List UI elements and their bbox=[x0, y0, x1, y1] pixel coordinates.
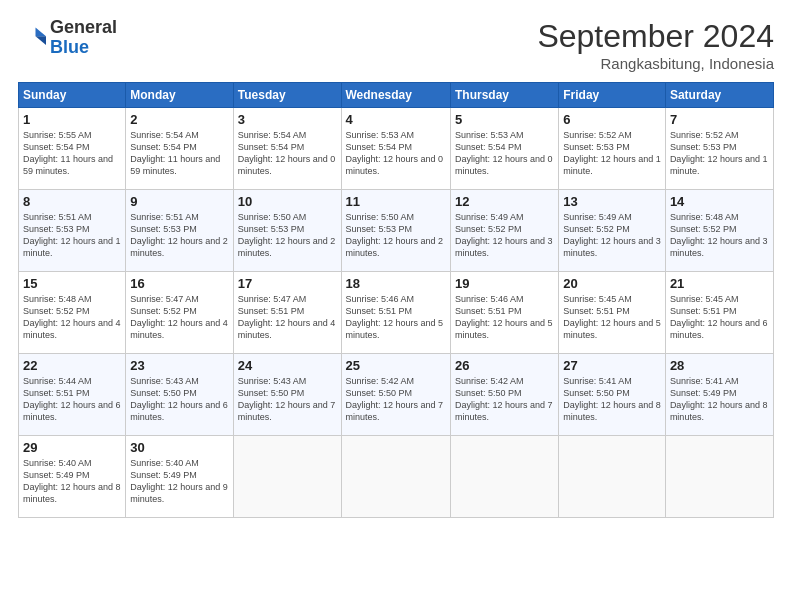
calendar-cell: 10Sunrise: 5:50 AM Sunset: 5:53 PM Dayli… bbox=[233, 190, 341, 272]
location-subtitle: Rangkasbitung, Indonesia bbox=[537, 55, 774, 72]
day-info: Sunrise: 5:46 AM Sunset: 5:51 PM Dayligh… bbox=[455, 293, 554, 342]
calendar-cell: 29Sunrise: 5:40 AM Sunset: 5:49 PM Dayli… bbox=[19, 436, 126, 518]
day-info: Sunrise: 5:52 AM Sunset: 5:53 PM Dayligh… bbox=[670, 129, 769, 178]
calendar-table: Sunday Monday Tuesday Wednesday Thursday… bbox=[18, 82, 774, 518]
logo-text: General Blue bbox=[50, 18, 117, 58]
calendar-cell: 8Sunrise: 5:51 AM Sunset: 5:53 PM Daylig… bbox=[19, 190, 126, 272]
col-wednesday: Wednesday bbox=[341, 83, 450, 108]
calendar-cell: 12Sunrise: 5:49 AM Sunset: 5:52 PM Dayli… bbox=[450, 190, 558, 272]
day-info: Sunrise: 5:53 AM Sunset: 5:54 PM Dayligh… bbox=[346, 129, 446, 178]
day-number: 19 bbox=[455, 276, 554, 291]
day-number: 22 bbox=[23, 358, 121, 373]
calendar-cell: 15Sunrise: 5:48 AM Sunset: 5:52 PM Dayli… bbox=[19, 272, 126, 354]
calendar-cell: 11Sunrise: 5:50 AM Sunset: 5:53 PM Dayli… bbox=[341, 190, 450, 272]
day-number: 15 bbox=[23, 276, 121, 291]
day-info: Sunrise: 5:42 AM Sunset: 5:50 PM Dayligh… bbox=[346, 375, 446, 424]
calendar-cell: 18Sunrise: 5:46 AM Sunset: 5:51 PM Dayli… bbox=[341, 272, 450, 354]
day-info: Sunrise: 5:55 AM Sunset: 5:54 PM Dayligh… bbox=[23, 129, 121, 178]
day-info: Sunrise: 5:48 AM Sunset: 5:52 PM Dayligh… bbox=[23, 293, 121, 342]
day-info: Sunrise: 5:45 AM Sunset: 5:51 PM Dayligh… bbox=[670, 293, 769, 342]
calendar-cell: 9Sunrise: 5:51 AM Sunset: 5:53 PM Daylig… bbox=[126, 190, 233, 272]
logo-icon bbox=[18, 24, 46, 52]
calendar-week-4: 22Sunrise: 5:44 AM Sunset: 5:51 PM Dayli… bbox=[19, 354, 774, 436]
day-info: Sunrise: 5:54 AM Sunset: 5:54 PM Dayligh… bbox=[238, 129, 337, 178]
day-number: 28 bbox=[670, 358, 769, 373]
logo: General Blue bbox=[18, 18, 117, 58]
col-thursday: Thursday bbox=[450, 83, 558, 108]
day-number: 24 bbox=[238, 358, 337, 373]
day-info: Sunrise: 5:51 AM Sunset: 5:53 PM Dayligh… bbox=[23, 211, 121, 260]
day-info: Sunrise: 5:40 AM Sunset: 5:49 PM Dayligh… bbox=[23, 457, 121, 506]
day-number: 26 bbox=[455, 358, 554, 373]
calendar-cell: 5Sunrise: 5:53 AM Sunset: 5:54 PM Daylig… bbox=[450, 108, 558, 190]
day-number: 25 bbox=[346, 358, 446, 373]
calendar-cell: 26Sunrise: 5:42 AM Sunset: 5:50 PM Dayli… bbox=[450, 354, 558, 436]
day-info: Sunrise: 5:44 AM Sunset: 5:51 PM Dayligh… bbox=[23, 375, 121, 424]
day-number: 8 bbox=[23, 194, 121, 209]
day-number: 4 bbox=[346, 112, 446, 127]
day-info: Sunrise: 5:53 AM Sunset: 5:54 PM Dayligh… bbox=[455, 129, 554, 178]
day-number: 12 bbox=[455, 194, 554, 209]
calendar-cell bbox=[233, 436, 341, 518]
day-number: 30 bbox=[130, 440, 228, 455]
col-friday: Friday bbox=[559, 83, 666, 108]
day-number: 3 bbox=[238, 112, 337, 127]
calendar-cell: 13Sunrise: 5:49 AM Sunset: 5:52 PM Dayli… bbox=[559, 190, 666, 272]
day-info: Sunrise: 5:47 AM Sunset: 5:51 PM Dayligh… bbox=[238, 293, 337, 342]
day-info: Sunrise: 5:47 AM Sunset: 5:52 PM Dayligh… bbox=[130, 293, 228, 342]
svg-marker-1 bbox=[36, 36, 47, 45]
calendar-cell: 17Sunrise: 5:47 AM Sunset: 5:51 PM Dayli… bbox=[233, 272, 341, 354]
day-number: 7 bbox=[670, 112, 769, 127]
day-number: 6 bbox=[563, 112, 661, 127]
col-sunday: Sunday bbox=[19, 83, 126, 108]
day-info: Sunrise: 5:40 AM Sunset: 5:49 PM Dayligh… bbox=[130, 457, 228, 506]
calendar-cell bbox=[450, 436, 558, 518]
calendar-cell: 23Sunrise: 5:43 AM Sunset: 5:50 PM Dayli… bbox=[126, 354, 233, 436]
calendar-cell: 21Sunrise: 5:45 AM Sunset: 5:51 PM Dayli… bbox=[665, 272, 773, 354]
calendar-cell: 1Sunrise: 5:55 AM Sunset: 5:54 PM Daylig… bbox=[19, 108, 126, 190]
calendar-week-1: 1Sunrise: 5:55 AM Sunset: 5:54 PM Daylig… bbox=[19, 108, 774, 190]
day-number: 5 bbox=[455, 112, 554, 127]
calendar-week-3: 15Sunrise: 5:48 AM Sunset: 5:52 PM Dayli… bbox=[19, 272, 774, 354]
calendar-cell: 27Sunrise: 5:41 AM Sunset: 5:50 PM Dayli… bbox=[559, 354, 666, 436]
day-info: Sunrise: 5:52 AM Sunset: 5:53 PM Dayligh… bbox=[563, 129, 661, 178]
day-info: Sunrise: 5:49 AM Sunset: 5:52 PM Dayligh… bbox=[563, 211, 661, 260]
calendar-cell: 22Sunrise: 5:44 AM Sunset: 5:51 PM Dayli… bbox=[19, 354, 126, 436]
calendar-cell: 14Sunrise: 5:48 AM Sunset: 5:52 PM Dayli… bbox=[665, 190, 773, 272]
day-info: Sunrise: 5:41 AM Sunset: 5:50 PM Dayligh… bbox=[563, 375, 661, 424]
day-info: Sunrise: 5:42 AM Sunset: 5:50 PM Dayligh… bbox=[455, 375, 554, 424]
day-info: Sunrise: 5:50 AM Sunset: 5:53 PM Dayligh… bbox=[346, 211, 446, 260]
calendar-cell bbox=[341, 436, 450, 518]
calendar-cell: 20Sunrise: 5:45 AM Sunset: 5:51 PM Dayli… bbox=[559, 272, 666, 354]
day-number: 16 bbox=[130, 276, 228, 291]
day-number: 27 bbox=[563, 358, 661, 373]
calendar-cell: 16Sunrise: 5:47 AM Sunset: 5:52 PM Dayli… bbox=[126, 272, 233, 354]
day-info: Sunrise: 5:43 AM Sunset: 5:50 PM Dayligh… bbox=[238, 375, 337, 424]
day-number: 21 bbox=[670, 276, 769, 291]
page: General Blue September 2024 Rangkasbitun… bbox=[0, 0, 792, 612]
calendar-cell: 3Sunrise: 5:54 AM Sunset: 5:54 PM Daylig… bbox=[233, 108, 341, 190]
calendar-week-2: 8Sunrise: 5:51 AM Sunset: 5:53 PM Daylig… bbox=[19, 190, 774, 272]
col-tuesday: Tuesday bbox=[233, 83, 341, 108]
calendar-cell: 7Sunrise: 5:52 AM Sunset: 5:53 PM Daylig… bbox=[665, 108, 773, 190]
day-number: 11 bbox=[346, 194, 446, 209]
day-number: 23 bbox=[130, 358, 228, 373]
header: General Blue September 2024 Rangkasbitun… bbox=[18, 18, 774, 72]
day-number: 18 bbox=[346, 276, 446, 291]
day-info: Sunrise: 5:46 AM Sunset: 5:51 PM Dayligh… bbox=[346, 293, 446, 342]
day-number: 2 bbox=[130, 112, 228, 127]
day-number: 20 bbox=[563, 276, 661, 291]
calendar-cell: 30Sunrise: 5:40 AM Sunset: 5:49 PM Dayli… bbox=[126, 436, 233, 518]
logo-blue-text: Blue bbox=[50, 37, 89, 57]
calendar-header-row: Sunday Monday Tuesday Wednesday Thursday… bbox=[19, 83, 774, 108]
day-number: 17 bbox=[238, 276, 337, 291]
day-number: 9 bbox=[130, 194, 228, 209]
day-number: 13 bbox=[563, 194, 661, 209]
calendar-cell bbox=[665, 436, 773, 518]
logo-general-text: General bbox=[50, 17, 117, 37]
svg-marker-0 bbox=[36, 27, 47, 36]
calendar-cell bbox=[559, 436, 666, 518]
calendar-cell: 6Sunrise: 5:52 AM Sunset: 5:53 PM Daylig… bbox=[559, 108, 666, 190]
day-info: Sunrise: 5:48 AM Sunset: 5:52 PM Dayligh… bbox=[670, 211, 769, 260]
calendar-cell: 19Sunrise: 5:46 AM Sunset: 5:51 PM Dayli… bbox=[450, 272, 558, 354]
